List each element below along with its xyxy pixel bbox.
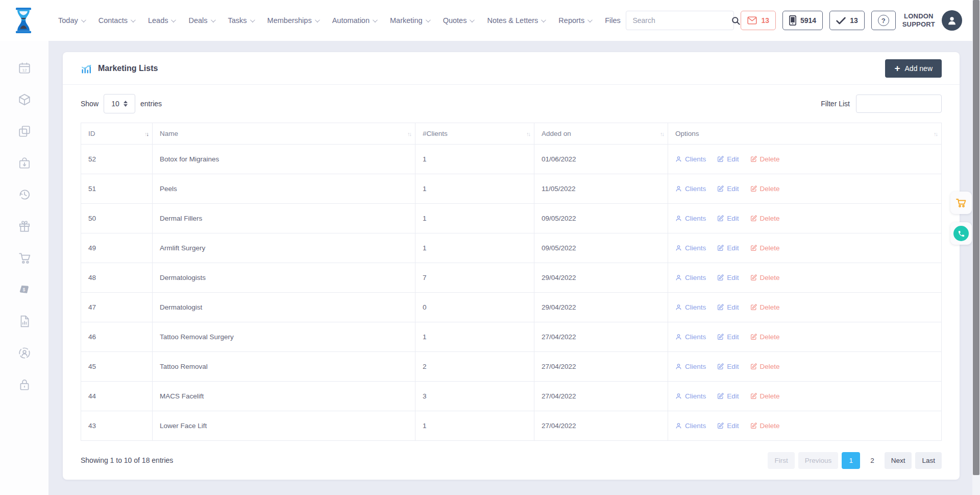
nav-menu-item[interactable]: Files: [605, 16, 621, 25]
tasks-badge[interactable]: 13: [829, 11, 865, 30]
report-icon[interactable]: [18, 315, 31, 328]
edit-link[interactable]: Edit: [717, 244, 739, 252]
search-input[interactable]: [626, 16, 731, 25]
messages-badge[interactable]: 13: [741, 11, 776, 30]
clients-link[interactable]: Clients: [675, 422, 706, 430]
scrollbar-thumb[interactable]: [973, 0, 979, 475]
cell-added-on: 27/04/2022: [534, 411, 668, 441]
cell-id: 43: [81, 411, 153, 441]
edit-link[interactable]: Edit: [717, 155, 739, 163]
cart-widget-button[interactable]: [950, 192, 972, 214]
clients-link[interactable]: Clients: [675, 215, 706, 222]
column-header-clients[interactable]: #Clients↑↓: [415, 123, 534, 145]
cell-options: Clients Edit: [668, 204, 942, 233]
sort-icon: ↑↓: [144, 131, 148, 137]
phone-icon: [953, 226, 969, 241]
clients-link[interactable]: Clients: [675, 155, 706, 163]
delete-link[interactable]: Delete: [750, 422, 780, 430]
edit-link[interactable]: Edit: [717, 363, 739, 370]
nav-menu-item[interactable]: Deals: [188, 16, 214, 25]
search-button[interactable]: [731, 11, 741, 30]
column-header-id[interactable]: ID↑↓: [81, 123, 153, 145]
column-header-name[interactable]: Name↑↓: [153, 123, 415, 145]
clients-link[interactable]: Clients: [675, 392, 706, 400]
delete-link[interactable]: Delete: [750, 392, 780, 400]
delete-link[interactable]: Delete: [750, 303, 780, 311]
clients-link[interactable]: Clients: [675, 303, 706, 311]
delete-link[interactable]: Delete: [750, 185, 780, 193]
cell-id: 48: [81, 263, 153, 293]
column-header-added-on[interactable]: Added on↑↓: [534, 123, 668, 145]
clients-link[interactable]: Clients: [675, 274, 706, 281]
clients-link[interactable]: Clients: [675, 363, 706, 370]
user-avatar[interactable]: [942, 10, 962, 31]
clients-link[interactable]: Clients: [675, 244, 706, 252]
person-icon: [675, 363, 682, 370]
pagination-page-button[interactable]: 1: [842, 452, 860, 469]
page-size-select[interactable]: 10: [104, 94, 135, 113]
pagination: First Previous 12 Next Last: [768, 452, 942, 469]
edit-link[interactable]: Edit: [717, 274, 739, 281]
clients-link[interactable]: Clients: [675, 185, 706, 193]
edit-icon: [717, 304, 724, 311]
pagination-page-button[interactable]: 2: [864, 452, 881, 469]
cell-added-on: 09/05/2022: [534, 233, 668, 263]
chevron-down-icon: [315, 17, 320, 22]
nav-menu-item[interactable]: Reports: [558, 16, 591, 25]
chevron-down-icon: [470, 17, 475, 22]
calendar-icon[interactable]: 12: [18, 61, 31, 75]
nav-menu-item[interactable]: Tasks: [228, 16, 254, 25]
chevron-down-icon: [373, 17, 378, 22]
delete-link[interactable]: Delete: [750, 333, 780, 341]
person-icon: [675, 274, 682, 281]
nav-menu-item[interactable]: Quotes: [443, 16, 474, 25]
delete-link[interactable]: Delete: [750, 274, 780, 281]
cell-options: Clients Edit: [668, 411, 942, 441]
search-icon: [731, 16, 741, 26]
history-icon[interactable]: [18, 188, 31, 201]
edit-link[interactable]: Edit: [717, 333, 739, 341]
cell-name: MACS Facelift: [153, 382, 415, 411]
edit-link[interactable]: Edit: [717, 422, 739, 430]
copy-icon[interactable]: [18, 125, 31, 138]
bag-icon[interactable]: [18, 156, 31, 170]
nav-menu-item[interactable]: Automation: [332, 16, 376, 25]
delete-link[interactable]: Delete: [750, 244, 780, 252]
lock-icon[interactable]: [18, 378, 31, 391]
edit-link[interactable]: Edit: [717, 215, 739, 222]
nav-menu-item[interactable]: Today: [58, 16, 85, 25]
help-badge[interactable]: ?: [871, 11, 896, 30]
nav-menu-item[interactable]: Contacts: [99, 16, 134, 25]
nav-menu-item[interactable]: Notes & Letters: [487, 16, 545, 25]
nav-menu-item[interactable]: Marketing: [390, 16, 429, 25]
cart-icon[interactable]: [18, 251, 31, 265]
app-logo[interactable]: [13, 8, 34, 33]
clients-link[interactable]: Clients: [675, 333, 706, 341]
delete-link[interactable]: Delete: [750, 155, 780, 163]
edit-link[interactable]: Edit: [717, 392, 739, 400]
price-tag-icon[interactable]: $: [18, 283, 31, 296]
call-widget-button[interactable]: [950, 222, 972, 245]
pagination-last-button[interactable]: Last: [915, 452, 942, 469]
pagination-first-button[interactable]: First: [768, 452, 794, 469]
table-row: 44 MACS Facelift 3 27/04/2022 Clients: [81, 382, 942, 411]
delete-link[interactable]: Delete: [750, 363, 780, 370]
add-new-button[interactable]: + Add new: [885, 59, 942, 78]
pagination-previous-button[interactable]: Previous: [798, 452, 839, 469]
package-icon[interactable]: [18, 93, 31, 106]
column-header-options[interactable]: Options↑↓: [668, 123, 942, 145]
delete-icon: [750, 274, 757, 281]
gift-icon[interactable]: [18, 220, 31, 233]
support-icon[interactable]: [18, 346, 31, 360]
nav-menu-item[interactable]: Memberships: [267, 16, 318, 25]
nav-menu-item[interactable]: Leads: [148, 16, 175, 25]
delete-link[interactable]: Delete: [750, 215, 780, 222]
edit-link[interactable]: Edit: [717, 303, 739, 311]
calls-badge[interactable]: 5914: [782, 11, 823, 30]
cell-options: Clients Edit: [668, 263, 942, 293]
edit-link[interactable]: Edit: [717, 185, 739, 193]
filter-input[interactable]: [856, 95, 942, 113]
pagination-next-button[interactable]: Next: [885, 452, 912, 469]
left-sidebar: 12: [0, 41, 48, 495]
user-name[interactable]: LONDON SUPPORT: [902, 12, 935, 29]
